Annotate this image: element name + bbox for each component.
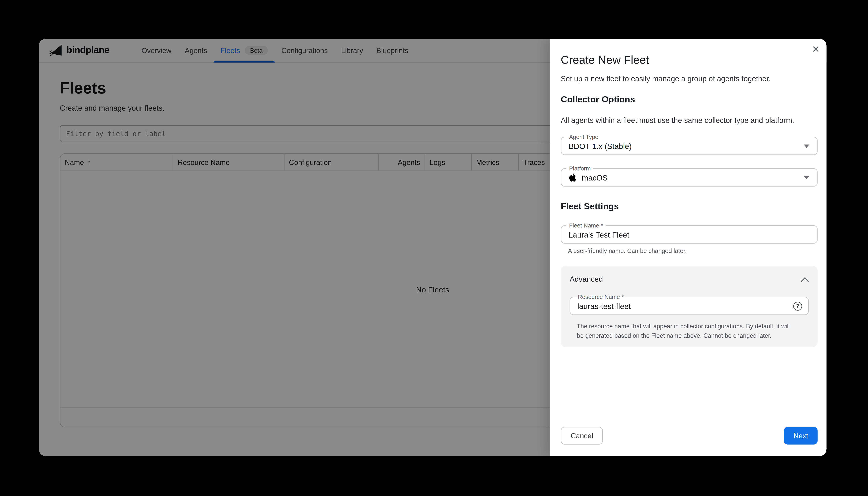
advanced-section: Advanced Resource Name * ? The resource … [561,266,818,347]
advanced-toggle[interactable]: Advanced [569,275,809,283]
agent-type-label: Agent Type [566,134,601,140]
app-window: bindplane Overview Agents Fleets Beta Co… [39,39,826,456]
apple-icon [569,173,577,182]
fleet-name-field: Fleet Name * [561,225,818,244]
next-button[interactable]: Next [784,427,818,445]
collector-options-description: All agents within a fleet must use the s… [561,116,818,124]
fleet-name-input[interactable] [569,230,810,239]
close-icon[interactable]: × [812,43,819,56]
platform-label: Platform [566,165,594,172]
fleet-name-label: Fleet Name * [566,222,606,229]
resource-name-helper: The resource name that will appear in co… [577,322,809,340]
resource-name-label: Resource Name * [575,293,627,300]
resource-name-input[interactable] [578,301,801,310]
fleet-settings-heading: Fleet Settings [561,201,818,212]
cancel-button[interactable]: Cancel [561,427,603,445]
drawer-title: Create New Fleet [561,53,818,66]
advanced-label: Advanced [569,275,603,283]
dropdown-arrow-icon [804,144,809,148]
platform-select[interactable]: Platform macOS [561,168,818,187]
fleet-name-helper: A user-friendly name. Can be changed lat… [568,247,818,254]
platform-value: macOS [582,173,607,182]
collector-options-heading: Collector Options [561,95,818,105]
resource-name-field: Resource Name * ? [569,297,809,315]
drawer-footer: Cancel Next [561,427,818,445]
agent-type-select[interactable]: Agent Type BDOT 1.x (Stable) [561,137,818,155]
dropdown-arrow-icon [804,176,809,179]
viewport: bindplane Overview Agents Fleets Beta Co… [0,0,868,496]
create-fleet-drawer: × Create New Fleet Set up a new fleet to… [550,39,826,456]
drawer-subtitle: Set up a new fleet to easily manage a gr… [561,75,818,83]
agent-type-value: BDOT 1.x (Stable) [569,141,632,150]
chevron-up-icon [801,277,809,281]
